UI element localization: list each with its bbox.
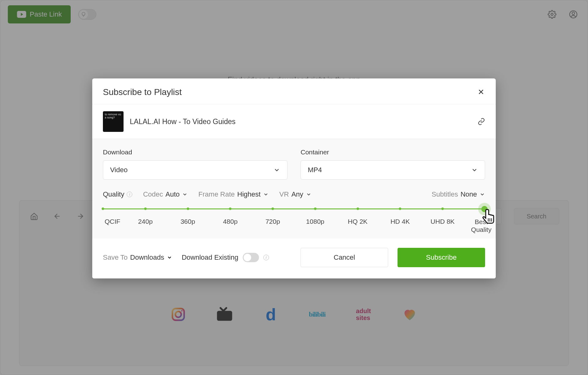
subscribe-button[interactable]: Subscribe [398, 248, 485, 267]
quality-tick-qcif: QCIF [104, 218, 120, 225]
framerate-label: Frame Rate [198, 190, 235, 198]
subtitles-label: Subtitles [432, 190, 458, 198]
download-type-value: Video [110, 166, 128, 174]
close-icon [478, 88, 484, 95]
quality-tick-1080p: 1080p [306, 218, 324, 225]
quality-label: Quality [103, 190, 124, 198]
subtitles-dropdown[interactable]: Subtitles None [432, 190, 485, 198]
link-icon [478, 118, 485, 125]
modal-footer: Save To Downloads Download Existing i Ca… [92, 238, 496, 278]
modal-title: Subscribe to Playlist [103, 87, 478, 97]
subscribe-modal: Subscribe to Playlist to remove vo a son… [92, 78, 496, 278]
toggle-switch [243, 253, 259, 262]
chevron-down-icon [273, 167, 280, 173]
download-existing-label: Download Existing [182, 253, 238, 262]
vr-dropdown[interactable]: VR Any [279, 190, 311, 198]
chevron-down-icon [167, 255, 172, 260]
save-to-value: Downloads [130, 253, 164, 262]
vr-label: VR [279, 190, 289, 198]
quality-option-row: Quality i Codec Auto Frame Rate Highest … [103, 190, 485, 198]
quality-tick-240p: 240p [138, 218, 153, 225]
container-label: Container [301, 148, 485, 156]
framerate-dropdown[interactable]: Frame Rate Highest [198, 190, 269, 198]
quality-tick-hq2k: HQ 2K [348, 218, 368, 225]
quality-tick-480p: 480p [223, 218, 238, 225]
save-to-label: Save To [103, 253, 128, 262]
vr-value: Any [291, 190, 303, 198]
download-label: Download [103, 148, 287, 156]
codec-value: Auto [165, 190, 180, 198]
cursor-pointer-icon [479, 207, 496, 227]
chevron-down-icon [479, 192, 485, 197]
slider-track [103, 208, 485, 209]
quality-tick-hd4k: HD 4K [390, 218, 410, 225]
download-existing-toggle[interactable]: Download Existing i [182, 253, 269, 262]
quality-tick-uhd8k: UHD 8K [431, 218, 455, 225]
subtitles-value: None [460, 190, 477, 198]
modal-header: Subscribe to Playlist [92, 78, 496, 104]
quality-tick-720p: 720p [266, 218, 280, 225]
copy-link-button[interactable] [478, 118, 485, 125]
chevron-down-icon [263, 192, 269, 197]
settings-section: Download Video Container MP4 Quality i [92, 139, 496, 238]
framerate-value: Highest [237, 190, 261, 198]
container-value: MP4 [308, 166, 322, 174]
info-icon[interactable]: i [263, 255, 269, 260]
playlist-thumbnail: to remove vo a song? [103, 111, 124, 132]
playlist-item: to remove vo a song? LALAL.AI How - To V… [92, 104, 496, 139]
quality-slider[interactable]: QCIF 240p 360p 480p 720p 1080p HQ 2K HD … [103, 204, 485, 235]
close-button[interactable] [478, 88, 485, 96]
chevron-down-icon [306, 192, 312, 197]
codec-label: Codec [143, 190, 163, 198]
codec-dropdown[interactable]: Codec Auto [143, 190, 188, 198]
playlist-title: LALAL.AI How - To Video Guides [130, 118, 471, 126]
info-icon[interactable]: i [127, 192, 132, 197]
chevron-down-icon [471, 167, 478, 173]
quality-option: Quality i [103, 190, 132, 198]
chevron-down-icon [182, 192, 188, 197]
container-dropdown[interactable]: MP4 [301, 160, 485, 180]
quality-tick-360p: 360p [180, 218, 195, 225]
cancel-button[interactable]: Cancel [301, 248, 388, 267]
save-to-dropdown[interactable]: Save To Downloads [103, 253, 172, 262]
download-type-dropdown[interactable]: Video [103, 160, 287, 180]
